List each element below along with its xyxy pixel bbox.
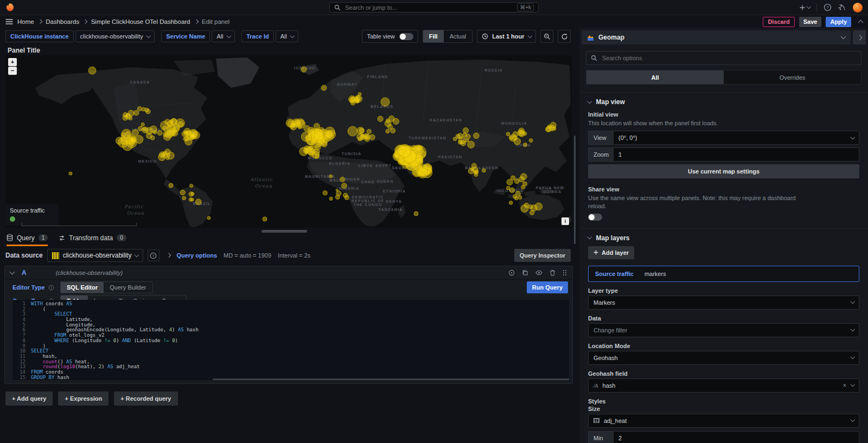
add-layer-button[interactable]: Add layer (588, 246, 634, 259)
grafana-logo-icon[interactable] (5, 3, 15, 12)
scrollbar-thumb[interactable] (574, 136, 576, 244)
geohash-field-select[interactable]: ⁄A hash × (588, 378, 859, 393)
geomap-panel: Panel Title (4, 46, 573, 228)
trace-id-select[interactable]: All (276, 30, 299, 42)
add-query-button[interactable]: + Add query (5, 391, 53, 406)
apply-button[interactable]: Apply (826, 17, 851, 27)
country-label: CHAD (361, 180, 374, 184)
new-menu-button[interactable] (799, 4, 810, 11)
code-line[interactable]: 14FROM coords (12, 370, 569, 375)
expression-button[interactable]: + Expression (58, 391, 108, 406)
size-field-select[interactable]: adj_heat (588, 414, 859, 428)
save-button[interactable]: Save (799, 17, 822, 27)
tab-all[interactable]: All (586, 70, 724, 84)
news-icon[interactable] (838, 3, 846, 11)
hide-query-icon[interactable] (535, 269, 542, 276)
visualization-picker[interactable]: Geomap (582, 30, 851, 44)
duplicate-query-icon[interactable] (522, 269, 528, 276)
collapse-chevron-icon[interactable] (858, 20, 864, 25)
recorded-query-button[interactable]: + Recorded query (114, 391, 177, 406)
user-avatar[interactable] (853, 3, 863, 12)
clickhouse-instance-select[interactable]: clickhouse-observability (75, 30, 155, 42)
chevron-right-icon (857, 35, 862, 40)
data-select[interactable]: Change filter (588, 323, 859, 337)
query-options-link[interactable]: Query options (176, 252, 217, 259)
collapse-options-pane-button[interactable] (853, 30, 866, 44)
query-card-header[interactable]: A (clickhouse-observability) (5, 266, 572, 280)
service-name-select[interactable]: All (212, 30, 235, 42)
country-label: MEXICO (138, 159, 157, 163)
layer-type-select[interactable]: Markers (588, 296, 859, 310)
chevron-down-icon (850, 355, 854, 359)
code-line[interactable]: 13 round(log10(heat), 2) AS adj_heat (12, 364, 569, 370)
editor-horizontal-scrollbar[interactable] (213, 378, 569, 380)
sql-code-editor[interactable]: 1WITH coords AS2 (3 SELECT4 Latitude,5 L… (12, 300, 569, 380)
tab-transform-data[interactable]: Transform data 0 (59, 233, 126, 246)
expand-query-options-icon[interactable] (167, 253, 171, 258)
map-canvas[interactable]: CANADAUNITED STATESMEXICOBRAZILICELANDNO… (5, 55, 572, 228)
code-line[interactable]: 2 ( (12, 307, 569, 312)
code-line[interactable]: 1WITH coords AS (12, 301, 569, 307)
collapse-query-icon[interactable] (10, 269, 15, 275)
actual-option[interactable]: Actual (444, 30, 473, 42)
code-line[interactable]: 10SELECT (12, 349, 569, 354)
options-search[interactable] (586, 51, 861, 65)
query-builder-option[interactable]: Query Builder (104, 282, 152, 293)
code-line[interactable]: 3 SELECT (12, 312, 569, 317)
table-view-toggle[interactable] (399, 33, 413, 40)
map-layers-section-header[interactable]: Map layers (588, 234, 859, 242)
table-field-icon (593, 418, 599, 423)
clear-icon[interactable]: × (843, 382, 846, 389)
map-marker (146, 109, 151, 114)
code-line[interactable]: 9 ) (12, 344, 569, 349)
time-range-picker[interactable]: Last 1 hour (477, 30, 536, 43)
menu-icon[interactable] (5, 18, 13, 25)
global-search[interactable]: ⌘+k (329, 2, 539, 12)
datasource-picker[interactable]: clickhouse-observability (47, 249, 143, 262)
layer-row-source-traffic[interactable]: Source traffic markers (588, 266, 859, 282)
sql-editor-option[interactable]: SQL Editor (61, 282, 104, 293)
map-marker (312, 151, 320, 159)
map-zoom-in-button[interactable]: + (8, 58, 17, 66)
drag-handle-icon[interactable] (563, 269, 567, 276)
map-marker (336, 189, 338, 191)
code-line[interactable]: 8 WHERE (Longitude != 0) AND (Latitude !… (12, 338, 569, 344)
map-marker (350, 97, 356, 102)
map-view-section-header[interactable]: Map view (588, 98, 859, 106)
location-mode-select[interactable]: Geohash (588, 351, 859, 365)
map-marker (159, 152, 165, 158)
zoom-out-time-button[interactable] (540, 30, 553, 43)
view-field-select[interactable]: (0°, 0°) (613, 131, 859, 145)
options-search-input[interactable] (601, 54, 857, 62)
layer-name[interactable]: Source traffic (595, 271, 634, 277)
panel-title[interactable]: Panel Title (4, 46, 573, 55)
query-inspector-button[interactable]: Query Inspector (514, 249, 571, 262)
world-map[interactable]: CANADAUNITED STATESMEXICOBRAZILICELANDNO… (5, 55, 572, 228)
breadcrumb-dashboards[interactable]: Dashboards (46, 18, 79, 25)
run-query-button[interactable]: Run Query (527, 281, 568, 293)
code-line[interactable]: 11 hash, (12, 354, 569, 359)
share-view-toggle[interactable] (588, 214, 602, 221)
search-input[interactable] (344, 4, 514, 11)
fill-option[interactable]: Fill (423, 30, 444, 42)
help-icon[interactable]: ? (824, 3, 832, 11)
map-marker (314, 131, 323, 140)
discard-button[interactable]: Discard (763, 17, 794, 27)
initial-view-description: This location will show when the panel f… (588, 119, 859, 127)
delete-query-icon[interactable] (550, 269, 556, 276)
zoom-field-input[interactable]: 1 (613, 147, 859, 162)
map-attribution-button[interactable]: i (561, 217, 569, 225)
min-input[interactable]: 2 (613, 431, 859, 443)
tab-overrides[interactable]: Overrides (724, 70, 861, 84)
query-history-icon[interactable] (508, 269, 515, 276)
tab-query[interactable]: Query 1 (7, 233, 48, 246)
map-marker (298, 125, 302, 129)
pane-resize-handle[interactable] (261, 230, 307, 233)
use-current-map-settings-button[interactable]: Use current map settings (588, 164, 859, 178)
map-zoom-out-button[interactable]: − (8, 67, 17, 75)
datasource-help-button[interactable]: ? (148, 249, 159, 261)
refresh-button[interactable] (558, 30, 571, 43)
code-line[interactable]: 4 Latitude, (12, 317, 569, 323)
breadcrumb-dashboard-name[interactable]: Simple ClickHouse OTel Dashboard (91, 18, 190, 25)
breadcrumb-home[interactable]: Home (17, 18, 34, 25)
